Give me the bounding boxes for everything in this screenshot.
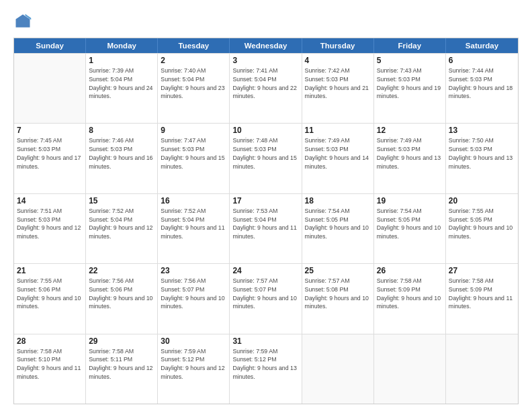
day-number: 19 [377,196,443,205]
day-number: 4 [305,56,371,65]
calendar-cell: 23Sunrise: 7:56 AMSunset: 5:07 PMDayligh… [158,264,230,333]
calendar-cell [446,334,518,404]
calendar-cell: 7Sunrise: 7:45 AMSunset: 5:03 PMDaylight… [14,124,86,193]
calendar-cell: 14Sunrise: 7:51 AMSunset: 5:03 PMDayligh… [14,194,86,263]
day-number: 30 [161,336,226,346]
day-number: 14 [17,196,83,205]
day-number: 26 [377,266,443,275]
day-info: Sunrise: 7:57 AMSunset: 5:07 PMDaylight:… [232,277,298,311]
day-number: 7 [17,126,83,135]
day-info: Sunrise: 7:54 AMSunset: 5:05 PMDaylight:… [377,207,443,241]
day-number: 13 [449,126,515,135]
day-number: 27 [449,266,515,275]
day-number: 17 [232,196,298,205]
day-number: 28 [17,336,83,346]
calendar-cell: 30Sunrise: 7:59 AMSunset: 5:12 PMDayligh… [158,334,230,404]
calendar-cell: 26Sunrise: 7:58 AMSunset: 5:09 PMDayligh… [374,264,446,333]
calendar-header-wednesday: Wednesday [230,38,302,53]
day-number: 16 [161,196,226,205]
day-number: 12 [377,126,443,135]
day-info: Sunrise: 7:40 AMSunset: 5:04 PMDaylight:… [161,66,226,101]
day-info: Sunrise: 7:44 AMSunset: 5:03 PMDaylight:… [449,66,515,101]
calendar-cell: 16Sunrise: 7:52 AMSunset: 5:04 PMDayligh… [158,194,230,263]
day-number: 5 [377,56,443,65]
calendar-cell: 13Sunrise: 7:50 AMSunset: 5:03 PMDayligh… [446,124,518,193]
day-info: Sunrise: 7:46 AMSunset: 5:03 PMDaylight:… [89,136,154,171]
calendar-cell: 6Sunrise: 7:44 AMSunset: 5:03 PMDaylight… [446,54,518,123]
day-number: 9 [161,126,226,135]
day-info: Sunrise: 7:49 AMSunset: 5:03 PMDaylight:… [377,136,443,171]
calendar-cell: 29Sunrise: 7:58 AMSunset: 5:11 PMDayligh… [86,334,158,404]
calendar-cell: 22Sunrise: 7:56 AMSunset: 5:06 PMDayligh… [86,264,158,333]
day-number: 24 [232,266,298,275]
day-number: 22 [89,266,154,275]
day-number: 31 [232,336,298,346]
day-number: 3 [232,56,298,65]
logo-icon [13,12,32,31]
day-number: 23 [161,266,226,275]
day-number: 8 [89,126,154,135]
calendar-week-2: 7Sunrise: 7:45 AMSunset: 5:03 PMDaylight… [14,123,518,193]
calendar-cell: 27Sunrise: 7:58 AMSunset: 5:09 PMDayligh… [446,264,518,333]
calendar-cell: 18Sunrise: 7:54 AMSunset: 5:05 PMDayligh… [302,194,374,263]
day-info: Sunrise: 7:39 AMSunset: 5:04 PMDaylight:… [89,66,154,101]
calendar-header-sunday: Sunday [14,38,86,53]
day-info: Sunrise: 7:58 AMSunset: 5:11 PMDaylight:… [89,347,154,381]
day-info: Sunrise: 7:49 AMSunset: 5:03 PMDaylight:… [305,136,371,171]
calendar-cell [302,334,374,404]
calendar-cell: 15Sunrise: 7:52 AMSunset: 5:04 PMDayligh… [86,194,158,263]
day-number: 2 [161,56,226,65]
day-info: Sunrise: 7:55 AMSunset: 5:06 PMDaylight:… [17,277,83,311]
calendar-header-tuesday: Tuesday [158,38,230,53]
day-number: 18 [305,196,371,205]
calendar-header-row: SundayMondayTuesdayWednesdayThursdayFrid… [14,38,518,53]
day-info: Sunrise: 7:58 AMSunset: 5:10 PMDaylight:… [17,347,83,381]
day-info: Sunrise: 7:58 AMSunset: 5:09 PMDaylight:… [449,277,515,311]
calendar-week-3: 14Sunrise: 7:51 AMSunset: 5:03 PMDayligh… [14,193,518,263]
calendar-cell [374,334,446,404]
day-info: Sunrise: 7:58 AMSunset: 5:09 PMDaylight:… [377,277,443,311]
day-info: Sunrise: 7:43 AMSunset: 5:03 PMDaylight:… [377,66,443,101]
day-info: Sunrise: 7:53 AMSunset: 5:04 PMDaylight:… [232,207,298,241]
day-info: Sunrise: 7:41 AMSunset: 5:04 PMDaylight:… [232,66,298,101]
calendar-week-5: 28Sunrise: 7:58 AMSunset: 5:10 PMDayligh… [14,334,518,404]
day-info: Sunrise: 7:59 AMSunset: 5:12 PMDaylight:… [232,347,298,381]
day-number: 11 [305,126,371,135]
calendar-week-1: 1Sunrise: 7:39 AMSunset: 5:04 PMDaylight… [14,53,518,123]
calendar-header-monday: Monday [86,38,158,53]
logo [13,12,35,31]
day-info: Sunrise: 7:56 AMSunset: 5:06 PMDaylight:… [89,277,154,311]
day-info: Sunrise: 7:52 AMSunset: 5:04 PMDaylight:… [161,207,226,241]
day-number: 25 [305,266,371,275]
page: SundayMondayTuesdayWednesdayThursdayFrid… [0,0,532,411]
day-info: Sunrise: 7:59 AMSunset: 5:12 PMDaylight:… [161,347,226,381]
calendar-cell: 4Sunrise: 7:42 AMSunset: 5:03 PMDaylight… [302,54,374,123]
calendar-cell: 12Sunrise: 7:49 AMSunset: 5:03 PMDayligh… [374,124,446,193]
day-number: 21 [17,266,83,275]
day-number: 29 [89,336,154,346]
header [13,12,519,31]
calendar-cell: 24Sunrise: 7:57 AMSunset: 5:07 PMDayligh… [230,264,302,333]
calendar-cell: 25Sunrise: 7:57 AMSunset: 5:08 PMDayligh… [302,264,374,333]
calendar-cell: 3Sunrise: 7:41 AMSunset: 5:04 PMDaylight… [230,54,302,123]
calendar-cell: 2Sunrise: 7:40 AMSunset: 5:04 PMDaylight… [158,54,230,123]
day-number: 1 [89,56,154,65]
calendar-cell: 1Sunrise: 7:39 AMSunset: 5:04 PMDaylight… [86,54,158,123]
calendar-cell: 31Sunrise: 7:59 AMSunset: 5:12 PMDayligh… [230,334,302,404]
calendar-cell: 10Sunrise: 7:48 AMSunset: 5:03 PMDayligh… [230,124,302,193]
day-info: Sunrise: 7:47 AMSunset: 5:03 PMDaylight:… [161,136,226,171]
day-info: Sunrise: 7:50 AMSunset: 5:03 PMDaylight:… [449,136,515,171]
day-info: Sunrise: 7:55 AMSunset: 5:05 PMDaylight:… [449,207,515,241]
calendar-cell: 28Sunrise: 7:58 AMSunset: 5:10 PMDayligh… [14,334,86,404]
day-info: Sunrise: 7:54 AMSunset: 5:05 PMDaylight:… [305,207,371,241]
calendar-cell: 11Sunrise: 7:49 AMSunset: 5:03 PMDayligh… [302,124,374,193]
calendar-header-friday: Friday [374,38,446,53]
calendar-cell: 5Sunrise: 7:43 AMSunset: 5:03 PMDaylight… [374,54,446,123]
calendar-header-thursday: Thursday [302,38,374,53]
day-info: Sunrise: 7:52 AMSunset: 5:04 PMDaylight:… [89,207,154,241]
calendar-body: 1Sunrise: 7:39 AMSunset: 5:04 PMDaylight… [14,53,518,404]
day-number: 15 [89,196,154,205]
day-info: Sunrise: 7:42 AMSunset: 5:03 PMDaylight:… [305,66,371,101]
calendar-cell: 17Sunrise: 7:53 AMSunset: 5:04 PMDayligh… [230,194,302,263]
calendar-week-4: 21Sunrise: 7:55 AMSunset: 5:06 PMDayligh… [14,263,518,333]
